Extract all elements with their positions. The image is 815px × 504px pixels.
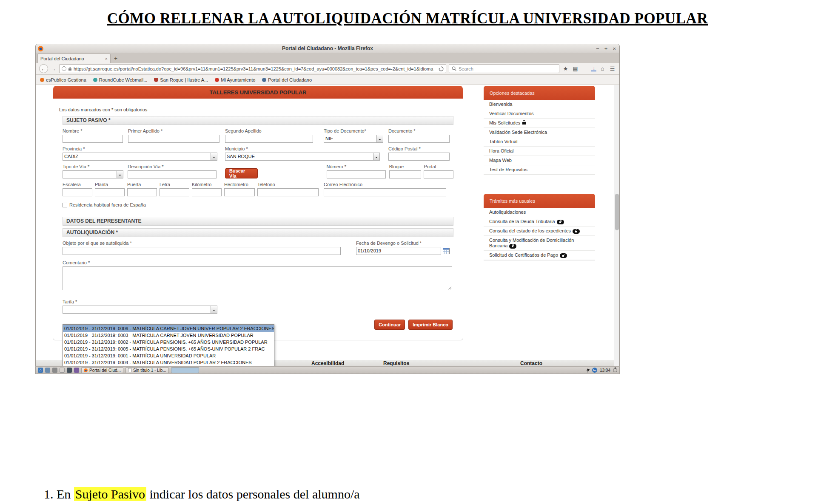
select-value: CADIZ [63, 153, 211, 160]
portal-input[interactable] [424, 170, 453, 178]
taskbar-launcher-icon[interactable] [74, 368, 79, 373]
tarifa-select[interactable] [63, 306, 217, 314]
fecha-input[interactable]: 01/10/2019 [356, 247, 441, 255]
minimize-button[interactable]: − [596, 45, 599, 52]
taskbar-window-libreoffice[interactable]: Sin título 1 - Lib... [125, 367, 169, 373]
municipio-select[interactable]: SAN ROQUE [225, 153, 380, 161]
sidebar-item-deuda-tributaria[interactable]: Consulta de la Deuda Tributaria [484, 217, 595, 227]
new-tab-button[interactable]: + [111, 54, 121, 63]
tarifa-option-0005[interactable]: 01/01/2019 - 31/12/2019: 0005 - MATRÍCUL… [63, 345, 274, 352]
chevron-down-icon[interactable] [211, 153, 217, 160]
footer-link-requisitos[interactable]: Requisitos [383, 360, 409, 366]
firefox-icon [84, 368, 88, 372]
chevron-down-icon[interactable] [211, 306, 217, 313]
form-panel: TALLERES UNIVERSIDAD POPULAR Los datos m… [53, 86, 463, 340]
documento-input[interactable] [388, 135, 450, 143]
star-icon[interactable]: ★ [562, 65, 569, 72]
tarifa-option-0006[interactable]: 01/01/2019 - 31/12/2019: 0006 - MATRÍCUL… [63, 325, 274, 332]
search-input[interactable] [459, 66, 544, 71]
home-icon[interactable]: ⌂ [599, 65, 606, 72]
telefono-input[interactable] [257, 188, 319, 196]
sidebar-item-validacion-sede-electronica[interactable]: Validación Sede Electrónica [484, 128, 595, 137]
tipo-via-select[interactable] [63, 170, 123, 178]
puerta-input[interactable] [127, 188, 157, 196]
footer-link-accesibilidad[interactable]: Accesibilidad [311, 360, 344, 366]
planta-input[interactable] [95, 188, 125, 196]
footer-link-contacto[interactable]: Contacto [520, 360, 542, 366]
tarifa-option-0002[interactable]: 01/01/2019 - 31/12/2019: 0002 - MATRÍCUL… [63, 339, 274, 345]
sidebar-item-autoliquidaciones[interactable]: Autoliquidaciones [484, 208, 595, 217]
taskbar-launcher-icon[interactable] [52, 368, 57, 373]
primer-apellido-input[interactable] [128, 135, 219, 143]
sidebar-item-hora-oficial[interactable]: Hora Oficial [484, 147, 595, 156]
menu-icon[interactable]: ☰ [609, 65, 616, 72]
reload-icon[interactable] [439, 66, 444, 71]
page-viewport: TALLERES UNIVERSIDAD POPULAR Los datos m… [36, 85, 619, 366]
residencia-checkbox[interactable] [63, 203, 67, 207]
descripcion-via-input[interactable] [128, 170, 217, 178]
sidebar-item-verificar-documentos[interactable]: Verificar Documentos [484, 109, 595, 119]
segundo-apellido-label: Segundo Apellido [225, 128, 313, 133]
chevron-down-icon[interactable] [373, 153, 379, 160]
chevron-down-icon[interactable] [376, 135, 383, 142]
taskbar-window-active[interactable] [171, 367, 199, 373]
window-titlebar[interactable]: Portal del Ciudadano - Mozilla Firefox −… [36, 44, 619, 53]
escalera-label: Escalera [63, 182, 92, 187]
tab-portal-del-ciudadano[interactable]: Portal del Ciudadano × [37, 54, 111, 63]
escalera-input[interactable] [63, 188, 92, 196]
sidebar-item-mapa-web[interactable]: Mapa Web [484, 156, 595, 165]
taskbar-launcher-icon[interactable] [67, 368, 72, 373]
continuar-button[interactable]: Continuar [374, 320, 405, 330]
sidebar-item-certificados-pago[interactable]: Solicitud de Certificados de Pago [484, 251, 595, 260]
codigo-postal-input[interactable] [388, 153, 450, 161]
power-icon[interactable] [613, 368, 617, 372]
objeto-input[interactable] [63, 247, 341, 255]
nombre-input[interactable] [63, 135, 123, 143]
close-button[interactable]: × [613, 45, 616, 52]
scrollbar[interactable] [614, 85, 619, 366]
tarifa-option-0004[interactable]: 01/01/2019 - 31/12/2019: 0004 - MATRÍCUL… [63, 359, 274, 366]
taskbar-launcher-icon[interactable] [45, 368, 50, 373]
tab-close-icon[interactable]: × [105, 56, 108, 61]
search-bar[interactable] [449, 64, 559, 73]
sidebar-item-estado-expedientes[interactable]: Consulta del estado de los expedientes [484, 227, 595, 236]
show-desktop-icon[interactable]: ⌂ [38, 368, 43, 373]
comentario-textarea[interactable] [63, 266, 452, 290]
sidebar-item-domiciliacion-bancaria[interactable]: Consulta y Modificación de Domiciliación… [484, 236, 595, 251]
taskbar-launcher-icon[interactable] [60, 368, 65, 373]
tarifa-option-0003[interactable]: 01/01/2019 - 31/12/2019: 0003 - MATRÍCUL… [63, 332, 274, 339]
taskbar-window-firefox[interactable]: Portal del Ciud... [81, 367, 123, 373]
bookmark-espublico-gestiona[interactable]: esPublico Gestiona [40, 77, 86, 82]
kilometro-input[interactable] [192, 188, 222, 196]
tipo-documento-select[interactable]: NIF [324, 135, 383, 143]
sidebar-item-mis-solicitudes[interactable]: Mis Solicitudes [484, 119, 595, 128]
correo-input[interactable] [324, 188, 446, 196]
bloque-input[interactable] [389, 170, 422, 178]
info-icon[interactable] [62, 66, 66, 71]
buscar-via-button[interactable]: Buscar Vía [225, 168, 257, 178]
sidebar-item-bienvenida[interactable]: Bienvenida [484, 100, 595, 109]
sidebar-item-tablon-virtual[interactable]: Tablón Virtual [484, 137, 595, 147]
provincia-select[interactable]: CADIZ [63, 153, 217, 161]
maximize-button[interactable]: + [604, 45, 608, 52]
back-button[interactable]: ← [39, 64, 48, 73]
download-icon[interactable]: ↓ [591, 66, 596, 71]
calendar-icon[interactable] [443, 248, 450, 254]
forward-button[interactable]: → [51, 66, 57, 72]
numero-input[interactable] [327, 170, 386, 178]
url-text[interactable]: https://gt.sanroque.es/portal/noEstatica… [74, 66, 436, 71]
segundo-apellido-input[interactable] [225, 135, 313, 143]
hectometro-input[interactable] [224, 188, 255, 196]
library-icon[interactable]: ▤ [572, 65, 579, 72]
scrollbar-thumb[interactable] [615, 194, 619, 230]
imprimir-blanco-button[interactable]: Imprimir Blanco [408, 320, 453, 330]
bookmark-mi-ayuntamiento[interactable]: Mi Ayuntamiento [215, 77, 255, 82]
sidebar-item-test-de-requisitos[interactable]: Test de Requisitos [484, 165, 595, 175]
bookmark-portal-del-ciudadano[interactable]: Portal del Ciudadano [262, 77, 312, 82]
bookmark-san-roque[interactable]: San Roque | Ilustre A... [154, 77, 208, 82]
letra-input[interactable] [160, 188, 189, 196]
bookmark-roundcube-webmail[interactable]: RoundCube Webmail... [93, 77, 148, 82]
url-bar[interactable]: https://gt.sanroque.es/portal/noEstatica… [59, 64, 446, 73]
chevron-down-icon[interactable] [117, 171, 123, 178]
tarifa-option-0001[interactable]: 01/01/2019 - 31/12/2019: 0001 - MATRÍCUL… [63, 352, 274, 359]
